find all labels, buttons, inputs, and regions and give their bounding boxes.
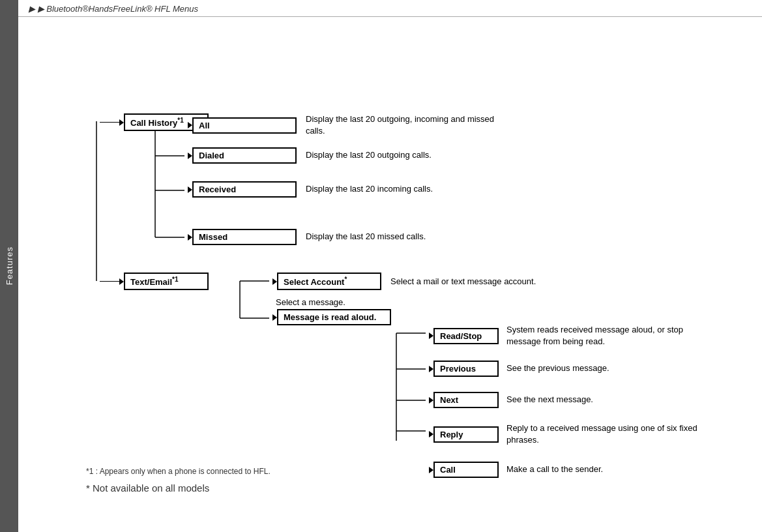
previous-row: Previous See the previous message. [429,361,609,377]
all-box: All [192,117,297,134]
select-account-arrow [272,276,277,288]
reply-label: Reply [440,430,463,439]
call-arrow [429,464,433,476]
previous-box: Previous [433,361,499,377]
dialed-box: Dialed [192,147,297,164]
diagram: Call History*1 All Display the last 20 o… [57,37,748,441]
footnote-asterisk: * Not available on all models [86,482,742,494]
sidebar-label: Features [5,246,14,285]
read-stop-label: Read/Stop [440,331,482,341]
footnote-1: *1 : Appears only when a phone is connec… [86,467,742,476]
message-aloud-arrow [272,312,277,323]
missed-label: Missed [199,232,227,242]
callhistory-arrow [119,117,124,128]
reply-row: Reply Reply to a received message using … [429,422,715,446]
next-label: Next [440,395,458,405]
read-stop-row: Read/Stop System reads received message … [429,324,715,347]
text-email-box: Text/Email*1 [124,273,209,290]
textemail-hline [100,281,119,282]
header: ▶ ▶ Bluetooth®HandsFreeLink® HFL Menus [18,0,762,17]
received-box: Received [192,181,297,198]
select-account-label: Select Account [284,277,344,287]
message-read-aloud-row: Message is read aloud. [272,309,391,325]
reply-desc: Reply to a received message using one of… [506,422,715,446]
received-row: Received Display the last 20 incoming ca… [188,181,433,198]
next-arrow [429,394,433,406]
textemail-arrow [119,276,124,288]
reply-arrow [429,428,433,440]
all-arrow [188,119,192,131]
call-box: Call [433,462,499,478]
previous-arrow [429,363,433,375]
all-row: All Display the last 20 outgoing, incomi… [188,113,514,137]
read-stop-arrow [429,330,433,342]
dialed-arrow [188,150,192,162]
sidebar: Features [0,0,18,532]
received-desc: Display the last 20 incoming calls. [306,183,433,195]
breadcrumb: ▶ ▶ Bluetooth®HandsFreeLink® HFL Menus [29,4,198,14]
missed-arrow [188,231,192,243]
select-account-desc: Select a mail or text message account. [390,276,536,288]
call-row: Call Make a call to the sender. [429,462,603,478]
footer: *1 : Appears only when a phone is connec… [86,467,742,494]
select-account-box: Select Account* [277,273,381,290]
previous-desc: See the previous message. [506,362,609,374]
missed-box: Missed [192,229,297,245]
call-label: Call [440,465,456,475]
next-desc: See the next message. [506,394,593,406]
text-email-row: Text/Email*1 [100,273,209,290]
reply-box: Reply [433,426,499,443]
previous-label: Previous [440,364,476,374]
dialed-row: Dialed Display the last 20 outgoing call… [188,147,432,164]
all-label: All [199,121,210,130]
read-stop-box: Read/Stop [433,328,499,344]
received-label: Received [199,185,236,194]
call-desc: Make a call to the sender. [506,464,603,475]
message-read-aloud-box: Message is read aloud. [277,309,391,325]
received-arrow [188,184,192,196]
next-row: Next See the next message. [429,392,593,408]
select-account-row: Select Account* Select a mail or text me… [272,273,536,290]
missed-row: Missed Display the last 20 missed calls. [188,229,426,245]
read-stop-desc: System reads received message aloud, or … [506,324,715,347]
main-content: Call History*1 All Display the last 20 o… [18,17,762,507]
dialed-desc: Display the last 20 outgoing calls. [306,149,432,161]
missed-desc: Display the last 20 missed calls. [306,231,426,243]
next-box: Next [433,392,499,408]
all-desc: Display the last 20 outgoing, incoming a… [306,113,514,137]
callhistory-hline [100,122,119,123]
select-message-text: Select a message. [276,297,345,307]
dialed-label: Dialed [199,151,224,160]
